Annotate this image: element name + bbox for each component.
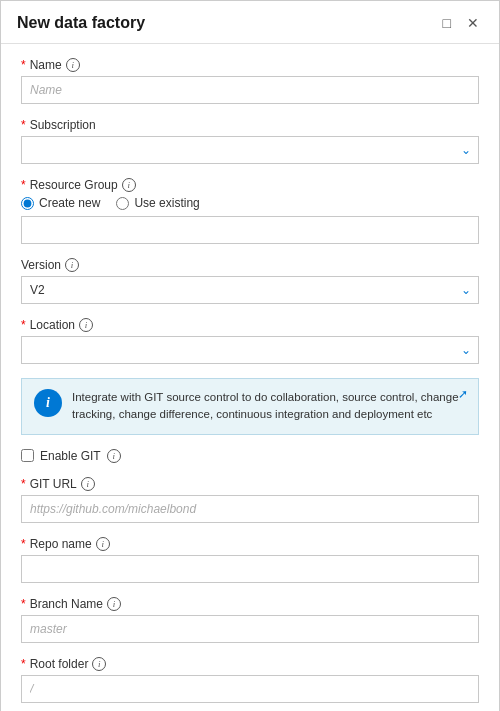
repo-name-info-icon[interactable]: i: [96, 537, 110, 551]
resource-group-label: * Resource Group i: [21, 178, 479, 192]
location-required-star: *: [21, 318, 26, 332]
location-select[interactable]: [21, 336, 479, 364]
git-url-input[interactable]: [21, 495, 479, 523]
dialog-body: * Name i * Subscription ⌄ * Resour: [1, 44, 499, 711]
git-url-group: * GIT URL i: [21, 477, 479, 523]
root-folder-label-text: Root folder: [30, 657, 89, 671]
enable-git-label[interactable]: Enable GIT: [40, 449, 101, 463]
maximize-button[interactable]: □: [439, 13, 455, 33]
repo-name-label-text: Repo name: [30, 537, 92, 551]
repo-name-label: * Repo name i: [21, 537, 479, 551]
branch-name-group: * Branch Name i: [21, 597, 479, 643]
enable-git-info-icon[interactable]: i: [107, 449, 121, 463]
branch-name-input[interactable]: [21, 615, 479, 643]
version-group: Version i V1 V2 ⌄: [21, 258, 479, 304]
git-url-info-icon[interactable]: i: [81, 477, 95, 491]
branch-name-label-text: Branch Name: [30, 597, 103, 611]
resource-group-info-icon[interactable]: i: [122, 178, 136, 192]
branch-name-label: * Branch Name i: [21, 597, 479, 611]
enable-git-group: Enable GIT i: [21, 449, 479, 463]
version-select[interactable]: V1 V2: [21, 276, 479, 304]
subscription-select[interactable]: [21, 136, 479, 164]
location-select-wrapper: ⌄: [21, 336, 479, 364]
header-icons: □ ✕: [439, 13, 483, 33]
root-folder-group: * Root folder i: [21, 657, 479, 703]
subscription-required-star: *: [21, 118, 26, 132]
git-url-required-star: *: [21, 477, 26, 491]
branch-name-required-star: *: [21, 597, 26, 611]
branch-name-info-icon[interactable]: i: [107, 597, 121, 611]
git-info-text: Integrate with GIT source control to do …: [72, 389, 466, 424]
location-label: * Location i: [21, 318, 479, 332]
subscription-group: * Subscription ⌄: [21, 118, 479, 164]
repo-name-input[interactable]: [21, 555, 479, 583]
location-label-text: Location: [30, 318, 75, 332]
git-url-label: * GIT URL i: [21, 477, 479, 491]
git-url-label-text: GIT URL: [30, 477, 77, 491]
create-new-radio[interactable]: [21, 197, 34, 210]
name-input[interactable]: [21, 76, 479, 104]
resource-group-group: * Resource Group i Create new Use existi…: [21, 178, 479, 244]
version-info-icon[interactable]: i: [65, 258, 79, 272]
root-folder-input[interactable]: [21, 675, 479, 703]
name-required-star: *: [21, 58, 26, 72]
name-label-text: Name: [30, 58, 62, 72]
name-info-icon[interactable]: i: [66, 58, 80, 72]
use-existing-radio-label[interactable]: Use existing: [116, 196, 199, 210]
version-label-text: Version: [21, 258, 61, 272]
repo-name-group: * Repo name i: [21, 537, 479, 583]
subscription-label: * Subscription: [21, 118, 479, 132]
enable-git-checkbox[interactable]: [21, 449, 34, 462]
version-label: Version i: [21, 258, 479, 272]
repo-name-required-star: *: [21, 537, 26, 551]
name-group: * Name i: [21, 58, 479, 104]
subscription-select-wrapper: ⌄: [21, 136, 479, 164]
resource-group-input[interactable]: [21, 216, 479, 244]
location-group: * Location i ⌄: [21, 318, 479, 364]
root-folder-label: * Root folder i: [21, 657, 479, 671]
resource-group-required-star: *: [21, 178, 26, 192]
git-external-link-icon[interactable]: ➚: [458, 387, 468, 401]
dialog-title: New data factory: [17, 14, 145, 32]
root-folder-info-icon[interactable]: i: [92, 657, 106, 671]
close-button[interactable]: ✕: [463, 13, 483, 33]
git-info-icon: i: [34, 389, 62, 417]
use-existing-radio[interactable]: [116, 197, 129, 210]
name-label: * Name i: [21, 58, 479, 72]
resource-group-label-text: Resource Group: [30, 178, 118, 192]
location-info-icon[interactable]: i: [79, 318, 93, 332]
resource-group-radio-group: Create new Use existing: [21, 196, 479, 210]
dialog-header: New data factory □ ✕: [1, 1, 499, 44]
git-info-box: i Integrate with GIT source control to d…: [21, 378, 479, 435]
version-select-wrapper: V1 V2 ⌄: [21, 276, 479, 304]
create-new-radio-text: Create new: [39, 196, 100, 210]
use-existing-radio-text: Use existing: [134, 196, 199, 210]
new-data-factory-dialog: New data factory □ ✕ * Name i * Subscrip…: [0, 0, 500, 711]
subscription-label-text: Subscription: [30, 118, 96, 132]
create-new-radio-label[interactable]: Create new: [21, 196, 100, 210]
root-folder-required-star: *: [21, 657, 26, 671]
